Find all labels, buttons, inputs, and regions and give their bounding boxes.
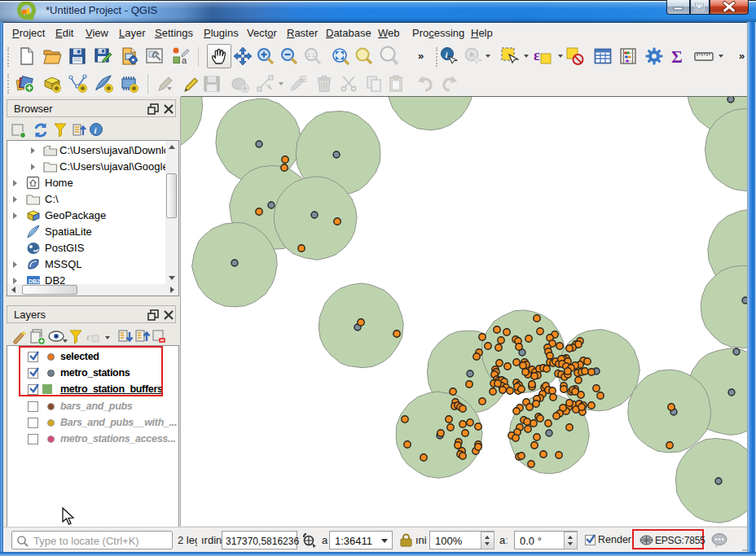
svg-text:1:1: 1:1 <box>307 52 315 58</box>
svg-text:ε: ε <box>86 331 91 343</box>
svg-text:DB2: DB2 <box>29 278 40 284</box>
svg-text:Σ: Σ <box>671 47 683 66</box>
svg-text:a: a <box>182 55 187 65</box>
svg-text:ε: ε <box>534 47 540 63</box>
